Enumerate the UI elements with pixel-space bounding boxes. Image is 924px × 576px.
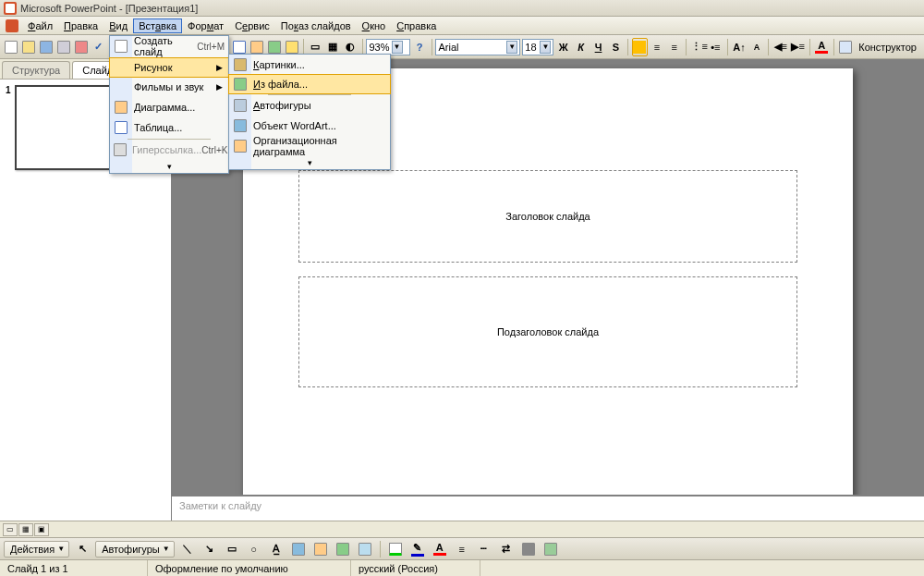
title-bar: Microsoft PowerPoint - [Презентация1] xyxy=(0,0,924,17)
font-color-button[interactable]: A xyxy=(814,38,830,56)
menu-movies-sound[interactable]: Фильмы и звук ▶ xyxy=(110,77,228,97)
font-down-icon: A xyxy=(750,43,763,52)
font-size-combo[interactable]: 18 ▼ xyxy=(522,39,553,55)
menu-item-label: Рисунок xyxy=(134,62,225,73)
menu-shortcut: Ctrl+K xyxy=(201,145,227,155)
submenu-org-chart[interactable]: Организационная диаграмма xyxy=(229,136,390,156)
submenu-from-file[interactable]: Из файла... xyxy=(228,74,391,94)
bullet-list-button[interactable]: •≡ xyxy=(708,38,723,56)
menu-format[interactable]: Формат xyxy=(182,18,229,33)
menu-expand[interactable]: ▾ xyxy=(229,156,390,169)
menu-picture[interactable]: Рисунок ▶ xyxy=(109,57,229,78)
clipart-button[interactable] xyxy=(334,540,352,558)
autoshapes-dropdown[interactable]: Автофигуры▼ xyxy=(95,541,175,558)
title-placeholder[interactable]: Заголовок слайда xyxy=(298,170,797,263)
submenu-clipart[interactable]: Картинки... xyxy=(229,55,390,75)
menu-help[interactable]: Справка xyxy=(391,18,442,33)
dropdown-arrow-icon: ▼ xyxy=(57,545,65,553)
menu-file[interactable]: Файл xyxy=(22,18,58,33)
menu-new-slide[interactable]: Создать слайд Ctrl+M xyxy=(110,36,228,56)
linecolor-icon: ✎ xyxy=(411,542,424,557)
designer-label[interactable]: Конструктор xyxy=(855,42,920,53)
actions-dropdown[interactable]: Действия▼ xyxy=(4,541,69,558)
diagram-button[interactable] xyxy=(311,540,330,558)
blank-icon xyxy=(114,60,128,75)
font-name-combo[interactable]: Arial ▼ xyxy=(435,39,520,55)
menu-window[interactable]: Окно xyxy=(357,18,392,33)
menu-view[interactable]: Вид xyxy=(103,18,133,33)
preview-button[interactable] xyxy=(73,38,89,56)
italic-button[interactable]: К xyxy=(573,38,589,56)
zoom-combo[interactable]: 93% ▼ xyxy=(366,39,409,55)
clipart-icon xyxy=(233,57,248,72)
fill-color-button[interactable] xyxy=(386,540,405,558)
increase-indent-button[interactable]: ▶≡ xyxy=(790,38,806,56)
textbox-button[interactable]: A̲ xyxy=(267,540,286,558)
3d-icon xyxy=(544,543,557,556)
decrease-font-button[interactable]: A xyxy=(748,38,764,56)
org-chart-icon xyxy=(233,139,248,153)
notes-placeholder-text: Заметки к слайду xyxy=(179,500,261,511)
submenu-autoshapes[interactable]: Автофигуры xyxy=(229,95,390,116)
notes-pane[interactable]: Заметки к слайду xyxy=(172,495,924,521)
spell-button[interactable]: ✓ xyxy=(91,38,106,56)
structure-tab-label: Структура xyxy=(12,65,60,76)
bold-button[interactable]: Ж xyxy=(555,38,571,56)
save-button[interactable] xyxy=(39,38,55,56)
help-button[interactable]: ? xyxy=(412,38,428,56)
submenu-arrow-icon: ▶ xyxy=(216,63,223,72)
design-button[interactable] xyxy=(837,38,853,56)
arrow-style-button[interactable]: ⇄ xyxy=(497,540,516,558)
menu-insert[interactable]: Вставка xyxy=(133,18,182,33)
oval-button[interactable]: ○ xyxy=(245,540,263,558)
menu-hyperlink: Гиперссылка... Ctrl+K xyxy=(110,140,228,160)
menu-table[interactable]: Таблица... xyxy=(110,117,228,138)
print-button[interactable] xyxy=(56,38,72,56)
subtitle-placeholder[interactable]: Подзаголовок слайда xyxy=(298,276,797,387)
decrease-indent-button[interactable]: ◀≡ xyxy=(772,38,788,56)
increase-font-button[interactable]: A↑ xyxy=(732,38,748,56)
menu-diagram[interactable]: Диаграмма... xyxy=(110,97,228,117)
rectangle-button[interactable]: ▭ xyxy=(223,540,241,558)
align-right-button[interactable]: ≡ xyxy=(666,38,682,56)
diagram-icon xyxy=(314,543,327,556)
separator xyxy=(380,541,381,558)
open-icon xyxy=(22,41,35,54)
align-left-button[interactable] xyxy=(632,38,648,56)
align-center-button[interactable]: ≡ xyxy=(650,38,665,56)
view-bar: ▭ ▦ ▣ xyxy=(0,521,924,537)
structure-tab[interactable]: Структура xyxy=(2,61,70,79)
indent-left-icon: ◀≡ xyxy=(774,41,787,53)
dash-style-button[interactable]: ┄ xyxy=(475,540,493,558)
underline-button[interactable]: Ч xyxy=(590,38,606,56)
menu-tools[interactable]: Сервис xyxy=(229,18,275,33)
wordart-button[interactable] xyxy=(289,540,308,558)
table-icon xyxy=(114,120,128,135)
numbered-list-button[interactable]: ⋮≡ xyxy=(690,38,706,56)
normal-view-button[interactable]: ▭ xyxy=(3,523,18,536)
shadow-button[interactable]: S xyxy=(608,38,624,56)
shadow-style-button[interactable] xyxy=(519,540,538,558)
menu-edit[interactable]: Правка xyxy=(58,18,103,33)
new-slide-icon xyxy=(114,39,128,54)
line-button[interactable]: ＼ xyxy=(178,540,197,558)
grid-icon: ▦ xyxy=(326,41,339,53)
image-icon xyxy=(268,41,281,54)
slideshow-view-button[interactable]: ▣ xyxy=(34,523,49,536)
open-button[interactable] xyxy=(21,38,37,56)
menu-item-label: Гиперссылка... xyxy=(132,144,201,155)
line-color-button[interactable]: ✎ xyxy=(408,540,427,558)
3d-style-button[interactable] xyxy=(541,540,560,558)
picture-button[interactable] xyxy=(356,540,374,558)
line-style-button[interactable]: ≡ xyxy=(453,540,471,558)
menu-expand[interactable]: ▾ xyxy=(110,160,228,173)
submenu-wordart[interactable]: Объект WordArt... xyxy=(229,116,390,136)
underline-icon: Ч xyxy=(592,42,605,53)
arrow-button[interactable]: ↘ xyxy=(201,540,219,558)
font-color-button[interactable]: A xyxy=(431,540,449,558)
sorter-view-button[interactable]: ▦ xyxy=(18,523,33,536)
new-button[interactable] xyxy=(4,38,19,56)
numlist-icon: ⋮≡ xyxy=(691,41,704,53)
select-button[interactable]: ↖ xyxy=(73,540,91,558)
menu-slideshow[interactable]: Показ слайдов xyxy=(275,18,357,33)
